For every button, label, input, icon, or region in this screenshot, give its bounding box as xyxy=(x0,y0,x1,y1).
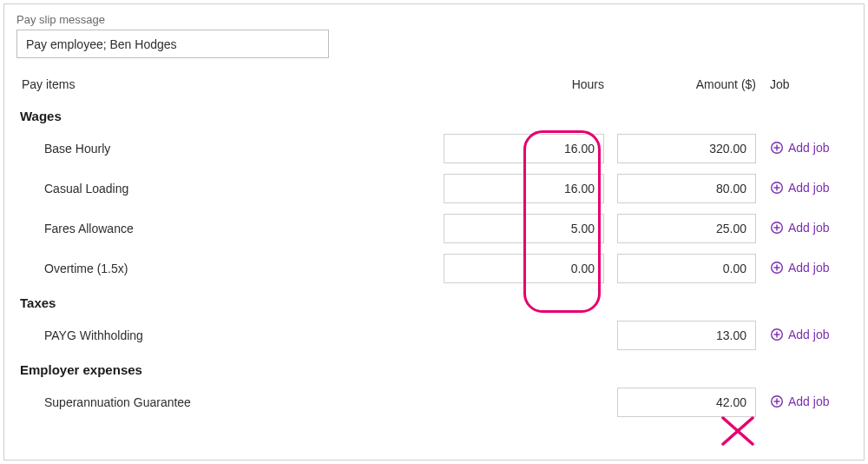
hours-input[interactable] xyxy=(444,174,604,203)
amount-input[interactable] xyxy=(617,254,756,283)
section-wages-title: Wages xyxy=(16,102,852,129)
pay-item-label: Fares Allowance xyxy=(16,222,444,235)
add-job-button[interactable]: Add job xyxy=(770,261,829,275)
plus-circle-icon xyxy=(770,261,784,275)
grid-header-row: Pay items Hours Amount ($) Job xyxy=(16,70,852,98)
table-row: Overtime (1.5x) Add job xyxy=(16,249,852,288)
add-job-button[interactable]: Add job xyxy=(770,221,829,235)
plus-circle-icon xyxy=(770,181,784,195)
amount-input[interactable] xyxy=(617,174,756,203)
add-job-label: Add job xyxy=(788,328,829,341)
amount-input[interactable] xyxy=(617,388,756,417)
plus-circle-icon xyxy=(770,221,784,235)
pay-item-label: Base Hourly xyxy=(16,142,444,156)
pay-item-label: Superannuation Guarantee xyxy=(16,395,444,409)
add-job-label: Add job xyxy=(788,141,829,155)
table-row: Casual Loading Add job xyxy=(16,169,852,209)
add-job-button[interactable]: Add job xyxy=(770,141,829,155)
payslip-message-input[interactable] xyxy=(16,30,329,58)
header-pay-items: Pay items xyxy=(16,77,444,91)
header-amount: Amount ($) xyxy=(613,77,765,91)
pay-item-label: Casual Loading xyxy=(16,182,444,196)
plus-circle-icon xyxy=(770,394,784,408)
section-taxes-title: Taxes xyxy=(16,288,852,315)
add-job-button[interactable]: Add job xyxy=(770,328,829,341)
plus-circle-icon xyxy=(770,141,784,155)
hours-input[interactable] xyxy=(444,254,604,283)
hours-input[interactable] xyxy=(444,134,604,163)
hours-input[interactable] xyxy=(444,214,604,243)
amount-input[interactable] xyxy=(617,214,756,243)
amount-input[interactable] xyxy=(617,134,756,163)
add-job-button[interactable]: Add job xyxy=(770,394,829,408)
pay-items-grid: Pay items Hours Amount ($) Job Wages Bas… xyxy=(16,70,852,422)
plus-circle-icon xyxy=(770,328,784,341)
header-job: Job xyxy=(765,77,852,91)
table-row: Superannuation Guarantee Add job xyxy=(16,382,852,422)
amount-input[interactable] xyxy=(617,321,756,350)
add-job-label: Add job xyxy=(788,261,829,275)
header-hours: Hours xyxy=(444,77,613,91)
pay-item-label: PAYG Withholding xyxy=(16,328,444,342)
pay-panel: Pay slip message Pay items Hours Amount … xyxy=(3,3,865,461)
pay-item-label: Overtime (1.5x) xyxy=(16,262,444,275)
table-row: PAYG Withholding Add job xyxy=(16,315,852,355)
table-row: Base Hourly Add job xyxy=(16,129,852,169)
add-job-button[interactable]: Add job xyxy=(770,181,829,195)
add-job-label: Add job xyxy=(788,394,829,408)
section-employer-expenses-title: Employer expenses xyxy=(16,355,852,382)
add-job-label: Add job xyxy=(788,221,829,235)
payslip-message-label: Pay slip message xyxy=(16,13,852,26)
add-job-label: Add job xyxy=(788,181,829,195)
table-row: Fares Allowance Add job xyxy=(16,209,852,249)
